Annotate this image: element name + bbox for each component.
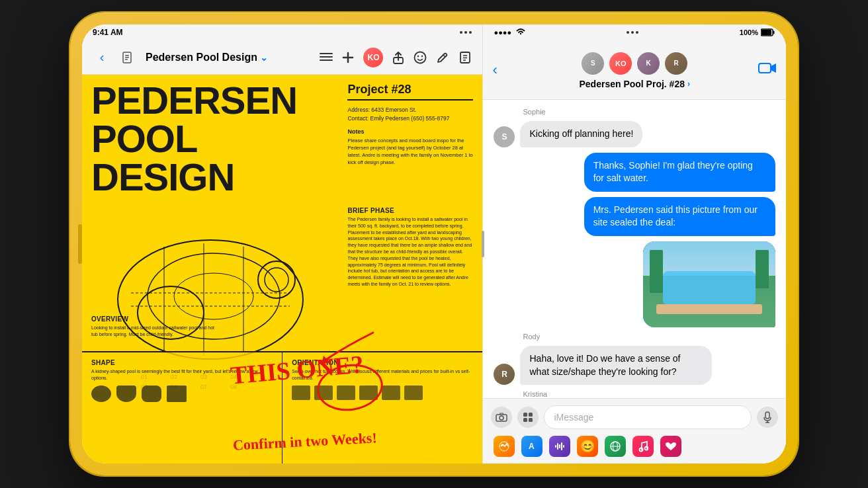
- avatar-3: R: [664, 51, 689, 76]
- svg-rect-4: [320, 53, 333, 54]
- digitouch-icon[interactable]: [605, 436, 626, 457]
- project-details-panel: Project #28 Address: 6433 Emerson St. Co…: [347, 83, 473, 167]
- group-name[interactable]: Pedersen Pool Proj. #28 ›: [579, 79, 690, 89]
- group-info: S KO K R Pedersen Pool Proj. #28 ›: [579, 51, 690, 89]
- photos-app-icon[interactable]: [494, 436, 515, 457]
- svg-point-10: [415, 52, 426, 63]
- right-dots-menu[interactable]: [627, 31, 638, 34]
- camera-button[interactable]: [491, 407, 512, 428]
- wifi-icon: [515, 28, 526, 36]
- avatar-2: K: [636, 51, 661, 76]
- svg-rect-6: [320, 60, 333, 61]
- mic-icon: [763, 411, 771, 423]
- heart-icon[interactable]: [660, 436, 681, 457]
- svg-point-11: [417, 55, 419, 56]
- app-icons-row: A: [491, 436, 778, 457]
- annotation-arrow: [320, 326, 380, 366]
- ipad-screen: 9:41 AM ‹: [82, 24, 786, 464]
- imessage-input[interactable]: iMessage: [544, 405, 752, 429]
- right-status-bar: ●●●● 100%: [483, 24, 786, 40]
- notes-content: Please share concepts and mood board ins…: [347, 137, 473, 167]
- user-avatar[interactable]: KO: [363, 48, 383, 67]
- divider-handle: [482, 231, 484, 257]
- input-placeholder: iMessage: [554, 412, 593, 423]
- note-icon[interactable]: [458, 51, 472, 64]
- message-row-rody: R Haha, love it! Do we have a sense of w…: [494, 346, 775, 385]
- video-call-button[interactable]: [758, 61, 777, 79]
- freeform-canvas[interactable]: PEDERSEN POOL DESIGN Project #28 Address…: [82, 75, 482, 464]
- message-bubble-3: Mrs. Pedersen said this picture from our…: [584, 197, 775, 236]
- back-button[interactable]: ‹: [93, 48, 111, 67]
- svg-rect-2: [125, 57, 129, 58]
- music-icon[interactable]: [632, 436, 654, 457]
- message-bubble-2: Thanks, Sophie! I'm glad they're opting …: [584, 153, 775, 192]
- message-row-pool-image: [494, 241, 775, 327]
- toolbar-actions: KO: [320, 48, 472, 67]
- video-icon: [758, 61, 777, 75]
- pool-photo: [643, 241, 775, 327]
- brief-phase-text: The Pedersen family is looking to instal…: [347, 216, 473, 288]
- doc-main-title: PEDERSEN POOL DESIGN: [91, 81, 297, 196]
- message-input-area: iMessage: [483, 398, 786, 464]
- pencil-icon[interactable]: [436, 51, 449, 64]
- message-bubble-1: Kicking off planning here!: [520, 121, 642, 147]
- document-icon: [119, 48, 138, 67]
- message-row-1: S Kicking off planning here!: [494, 121, 775, 147]
- overview-title: Overview: [91, 315, 217, 323]
- svg-rect-44: [529, 413, 533, 417]
- title-chevron[interactable]: ⌄: [260, 52, 268, 63]
- music-note-icon: [638, 440, 648, 452]
- left-toolbar: ‹ Pedersen Pool Design ⌄: [82, 40, 482, 75]
- messages-list: Sophie S Kicking off planning here! Than…: [483, 100, 786, 398]
- left-dots-menu[interactable]: [460, 31, 472, 34]
- ipad-device: 9:41 AM ‹: [70, 13, 798, 475]
- title-pedersen: PEDERSEN: [91, 81, 297, 120]
- group-avatars: S KO K R: [579, 51, 690, 76]
- svg-rect-45: [523, 418, 527, 422]
- sender-label-sophie: Sophie: [494, 108, 775, 116]
- svg-rect-56: [561, 442, 562, 450]
- right-pane-messages: ●●●● 100%: [483, 24, 786, 464]
- share-icon[interactable]: [392, 51, 404, 64]
- svg-point-28: [265, 268, 288, 292]
- message-row-2: Thanks, Sophie! I'm glad they're opting …: [494, 153, 775, 192]
- split-view: 9:41 AM ‹: [82, 24, 786, 464]
- avatar-1: S: [580, 51, 605, 76]
- list-icon[interactable]: [320, 52, 333, 63]
- svg-point-18: [118, 240, 303, 359]
- battery-area: 100%: [740, 28, 775, 36]
- overview-section: Overview Looking to install a mid-sized …: [91, 315, 217, 338]
- svg-text:A: A: [529, 442, 535, 451]
- apps-icon: [523, 412, 533, 423]
- rody-avatar: R: [494, 364, 515, 385]
- photos-icon: [498, 440, 510, 452]
- svg-rect-47: [765, 412, 769, 419]
- svg-rect-5: [320, 56, 333, 58]
- pool-image-bubble: [643, 241, 775, 327]
- left-pane-freeform: 9:41 AM ‹: [82, 24, 483, 464]
- project-number: Project #28: [347, 83, 473, 101]
- stickers-emoji: 😊: [580, 439, 595, 454]
- messages-back-button[interactable]: ‹: [492, 61, 497, 79]
- audio-icon[interactable]: [549, 436, 570, 457]
- svg-point-42: [499, 416, 503, 420]
- add-icon[interactable]: [342, 52, 354, 63]
- apps-button[interactable]: [517, 407, 539, 428]
- svg-point-61: [640, 448, 643, 452]
- svg-rect-57: [563, 445, 564, 448]
- appstore-icon[interactable]: A: [521, 436, 542, 457]
- svg-line-13: [443, 55, 445, 57]
- svg-point-26: [174, 273, 253, 319]
- svg-rect-55: [559, 444, 560, 448]
- mic-button[interactable]: [757, 407, 778, 428]
- notes-label: Notes: [347, 128, 473, 135]
- svg-point-12: [421, 55, 423, 56]
- overview-text: Looking to install a mid-sized outdoor s…: [91, 325, 217, 338]
- stickers-icon[interactable]: 😊: [577, 436, 598, 457]
- sender-label-rody: Rody: [494, 333, 775, 341]
- title-design: DESIGN: [91, 158, 297, 196]
- emoji-icon[interactable]: [413, 51, 427, 64]
- message-row-3: Mrs. Pedersen said this picture from our…: [494, 197, 775, 236]
- svg-rect-3: [125, 59, 128, 60]
- brief-phase-section: Brief Phase The Pedersen family is looki…: [347, 207, 473, 288]
